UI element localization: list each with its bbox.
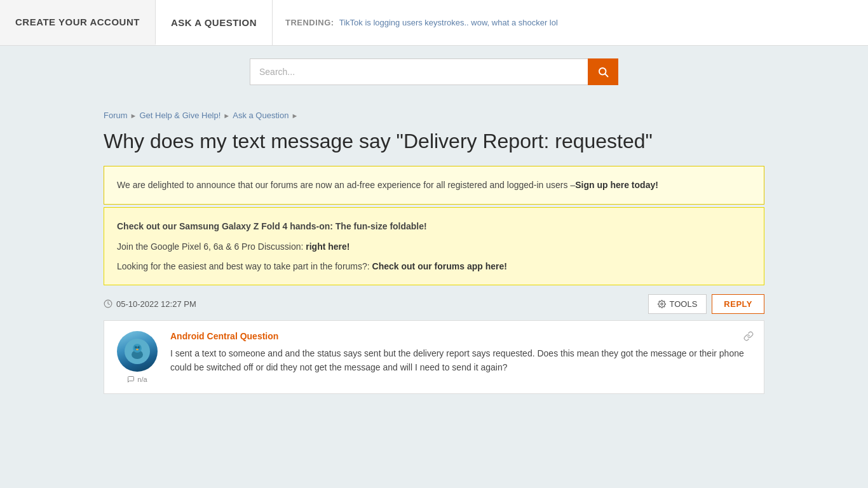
breadcrumb-arrow-3: ► [291,112,298,119]
pixel-link[interactable]: right here! [306,241,349,252]
tools-button[interactable]: TOOLS [648,294,707,314]
post-body-wrapper: Android Central Question I sent a text t… [170,331,754,375]
sign-up-link[interactable]: Sign up here today! [575,180,658,190]
search-wrapper [250,58,618,85]
post-item: n/a Android Central Question I sent a te… [104,320,764,394]
post-body: Android Central Question I sent a text t… [170,331,754,383]
ask-question-button[interactable]: ASK A QUESTION [156,0,273,45]
breadcrumb: Forum ► Get Help & Give Help! ► Ask a Qu… [104,100,764,129]
post-link-icon[interactable] [743,331,754,343]
create-account-label: CREATE YOUR ACCOUNT [15,17,140,27]
svg-point-11 [136,349,139,351]
clock-icon [104,299,112,308]
search-icon [597,66,609,78]
search-button[interactable] [588,58,618,85]
samsung-headline: Check out our Samsung Galaxy Z Fold 4 ha… [117,221,427,231]
gear-icon [658,300,666,308]
svg-point-9 [135,346,137,348]
page-title: Why does my text message say "Delivery R… [104,129,764,153]
post-meta-bar: 05-10-2022 12:27 PM TOOLS REPLY [104,285,764,320]
search-input[interactable] [250,58,588,85]
post-date-text: 05-10-2022 12:27 PM [116,299,196,309]
svg-line-1 [605,74,607,76]
comment-icon [127,376,135,383]
post-text: I sent a text to someone and and the sta… [170,346,754,375]
breadcrumb-arrow-1: ► [130,112,137,119]
app-text-before: Looking for the easiest and best way to … [117,261,372,271]
avatar [117,331,158,372]
avatar-bird-icon [125,339,150,364]
promo-notice: Check out our Samsung Galaxy Z Fold 4 ha… [104,207,764,285]
link-icon [743,331,754,341]
ad-free-notice: We are delighted to announce that our fo… [104,166,764,204]
pixel-text-before: Join the Google Pixel 6, 6a & 6 Pro Disc… [117,241,306,252]
breadcrumb-forum[interactable]: Forum [104,111,128,120]
svg-point-10 [138,346,140,348]
ad-free-text-before: We are delighted to announce that our fo… [117,180,575,190]
reply-label: REPLY [724,299,752,309]
post-avatar-section: n/a [114,331,160,383]
avatar-meta: n/a [127,376,147,383]
trending-link[interactable]: TikTok is logging users keystrokes.. wow… [339,18,558,27]
create-account-button[interactable]: CREATE YOUR ACCOUNT [0,0,156,45]
post-date: 05-10-2022 12:27 PM [104,299,196,309]
svg-point-3 [660,303,662,305]
post-actions: TOOLS REPLY [648,294,765,314]
main-content: Forum ► Get Help & Give Help! ► Ask a Qu… [91,100,777,407]
tools-label: TOOLS [670,299,698,309]
breadcrumb-ask-question[interactable]: Ask a Question [233,111,288,120]
reply-button[interactable]: REPLY [712,294,764,314]
ask-question-label: ASK A QUESTION [171,17,257,28]
search-container [0,46,868,100]
app-link[interactable]: Check out our forums app here! [372,261,507,271]
top-navigation: CREATE YOUR ACCOUNT ASK A QUESTION TREND… [0,0,868,46]
breadcrumb-arrow-2: ► [223,112,230,119]
breadcrumb-get-help[interactable]: Get Help & Give Help! [139,111,220,120]
trending-section: TRENDING: TikTok is logging users keystr… [273,0,868,45]
trending-label: TRENDING: [285,18,334,27]
post-author[interactable]: Android Central Question [170,331,754,341]
comment-count: n/a [137,376,147,383]
